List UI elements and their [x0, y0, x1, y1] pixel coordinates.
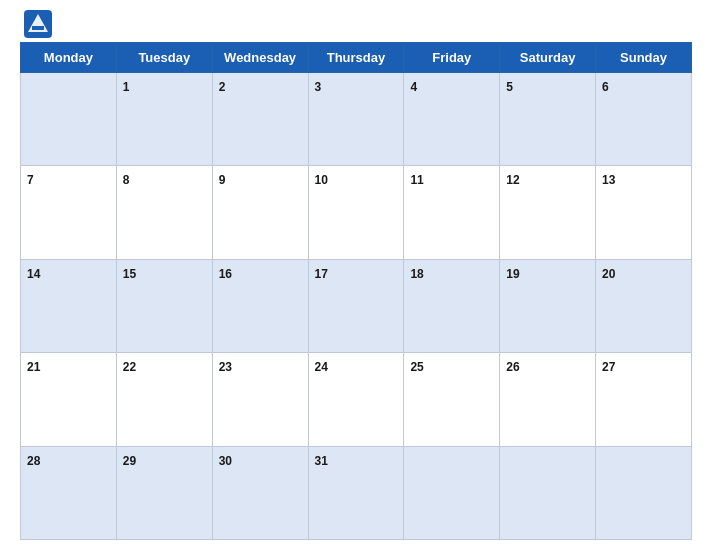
weekday-row: MondayTuesdayWednesdayThursdayFridaySatu…	[21, 43, 692, 73]
calendar-cell: 17	[308, 259, 404, 352]
calendar-cell: 31	[308, 446, 404, 539]
logo	[24, 10, 56, 38]
calendar-body: 1234567891011121314151617181920212223242…	[21, 73, 692, 540]
day-number: 19	[506, 267, 519, 281]
weekday-header-thursday: Thursday	[308, 43, 404, 73]
calendar-header	[20, 10, 692, 38]
weekday-header-tuesday: Tuesday	[116, 43, 212, 73]
calendar-week-4: 21222324252627	[21, 353, 692, 446]
calendar-cell: 13	[596, 166, 692, 259]
day-number: 3	[315, 80, 322, 94]
day-number: 7	[27, 173, 34, 187]
calendar-cell	[404, 446, 500, 539]
calendar-cell: 29	[116, 446, 212, 539]
calendar-cell: 5	[500, 73, 596, 166]
day-number: 26	[506, 360, 519, 374]
calendar-week-3: 14151617181920	[21, 259, 692, 352]
day-number: 21	[27, 360, 40, 374]
calendar-cell: 12	[500, 166, 596, 259]
day-number: 14	[27, 267, 40, 281]
day-number: 23	[219, 360, 232, 374]
calendar-cell: 6	[596, 73, 692, 166]
day-number: 2	[219, 80, 226, 94]
calendar-cell: 7	[21, 166, 117, 259]
calendar-cell: 9	[212, 166, 308, 259]
calendar-cell: 10	[308, 166, 404, 259]
calendar-cell: 15	[116, 259, 212, 352]
svg-rect-2	[32, 26, 44, 30]
calendar-cell: 1	[116, 73, 212, 166]
day-number: 5	[506, 80, 513, 94]
day-number: 28	[27, 454, 40, 468]
calendar-cell: 19	[500, 259, 596, 352]
calendar-table: MondayTuesdayWednesdayThursdayFridaySatu…	[20, 42, 692, 540]
calendar-week-5: 28293031	[21, 446, 692, 539]
day-number: 18	[410, 267, 423, 281]
calendar-cell: 2	[212, 73, 308, 166]
weekday-header-saturday: Saturday	[500, 43, 596, 73]
weekday-header-sunday: Sunday	[596, 43, 692, 73]
day-number: 1	[123, 80, 130, 94]
calendar-cell: 30	[212, 446, 308, 539]
day-number: 24	[315, 360, 328, 374]
calendar-cell: 26	[500, 353, 596, 446]
calendar-cell: 14	[21, 259, 117, 352]
calendar-cell: 4	[404, 73, 500, 166]
day-number: 30	[219, 454, 232, 468]
day-number: 31	[315, 454, 328, 468]
day-number: 22	[123, 360, 136, 374]
calendar-cell: 3	[308, 73, 404, 166]
weekday-header-monday: Monday	[21, 43, 117, 73]
calendar-cell: 16	[212, 259, 308, 352]
calendar-cell: 25	[404, 353, 500, 446]
calendar-cell	[500, 446, 596, 539]
day-number: 8	[123, 173, 130, 187]
day-number: 25	[410, 360, 423, 374]
day-number: 16	[219, 267, 232, 281]
calendar-cell: 22	[116, 353, 212, 446]
calendar-cell: 27	[596, 353, 692, 446]
day-number: 17	[315, 267, 328, 281]
day-number: 6	[602, 80, 609, 94]
logo-icon	[24, 10, 52, 38]
day-number: 9	[219, 173, 226, 187]
day-number: 13	[602, 173, 615, 187]
day-number: 12	[506, 173, 519, 187]
day-number: 11	[410, 173, 423, 187]
day-number: 10	[315, 173, 328, 187]
calendar-cell: 21	[21, 353, 117, 446]
calendar-cell: 11	[404, 166, 500, 259]
calendar-week-2: 78910111213	[21, 166, 692, 259]
calendar-cell: 8	[116, 166, 212, 259]
day-number: 20	[602, 267, 615, 281]
calendar-cell: 28	[21, 446, 117, 539]
weekday-header-friday: Friday	[404, 43, 500, 73]
calendar-header-row: MondayTuesdayWednesdayThursdayFridaySatu…	[21, 43, 692, 73]
calendar-cell: 20	[596, 259, 692, 352]
weekday-header-wednesday: Wednesday	[212, 43, 308, 73]
calendar-cell	[21, 73, 117, 166]
calendar-week-1: 123456	[21, 73, 692, 166]
day-number: 4	[410, 80, 417, 94]
calendar-cell: 18	[404, 259, 500, 352]
calendar-cell	[596, 446, 692, 539]
calendar-cell: 24	[308, 353, 404, 446]
day-number: 15	[123, 267, 136, 281]
day-number: 29	[123, 454, 136, 468]
day-number: 27	[602, 360, 615, 374]
calendar-cell: 23	[212, 353, 308, 446]
